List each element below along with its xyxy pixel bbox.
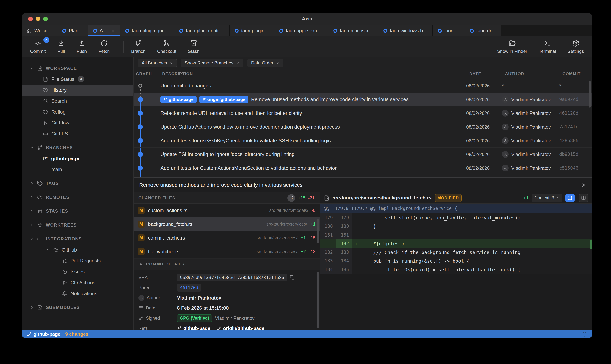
stash-button[interactable]: Stash	[188, 39, 199, 54]
status-changes[interactable]: 9 changes	[65, 331, 88, 337]
status-branch[interactable]: github-page	[27, 331, 60, 337]
tab-tauri-apple-exte[interactable]: tauri-apple-exte…	[274, 25, 329, 37]
sidebar-item-issues[interactable]: Issues	[22, 266, 133, 277]
bell-icon[interactable]	[582, 331, 587, 337]
file-row[interactable]: M custom_actions.rs src-tauri/src/models…	[133, 204, 319, 217]
git-branch-icon	[27, 332, 32, 337]
sidebar-item-ci-actions[interactable]: CI / Actions	[22, 277, 133, 288]
branch-ref-badge[interactable]: github-page	[160, 96, 197, 104]
sidebar-item-notifications[interactable]: Notifications	[22, 288, 133, 299]
sidebar-section-workspace[interactable]: WORKSPACE	[22, 63, 133, 74]
commit-row[interactable]: Refactor remote URL retrieval to use and…	[133, 106, 592, 120]
diff-line-added[interactable]: 182 + #[cfg(test)]	[320, 239, 592, 248]
commit-message-title: Remove unused methods and improve code c…	[139, 182, 581, 188]
sidebar-item-search[interactable]: Search	[22, 95, 133, 106]
tab-tauri-windows-b[interactable]: tauri-windows-b…	[378, 25, 433, 37]
remote-ref-badge[interactable]: origin/github-page	[199, 96, 249, 104]
commit-row[interactable]: Update GitHub Actions workflow to improv…	[133, 120, 592, 134]
branch-filter-dropdown[interactable]: All Branches	[138, 59, 177, 67]
sidebar-item-git-lfs[interactable]: Git LFS	[22, 128, 133, 139]
diff-line[interactable]: 183 184 pub fn is_running(&self) -> bool…	[320, 257, 592, 265]
detail-row-sha: SHA 9a892cd9e13377fd4b8edf7a856ff68731ef…	[138, 273, 315, 283]
git-branch-icon	[134, 39, 142, 47]
push-button[interactable]: Push	[77, 39, 87, 54]
split-view-toggle[interactable]	[579, 194, 588, 202]
archive-icon	[37, 208, 43, 214]
sha-value[interactable]: 9a892cd9e13377fd4b8edf7a856ff68731ef168a	[177, 273, 287, 281]
commit-row[interactable]: Add unit tests for CustomActionsMenuSect…	[133, 161, 592, 175]
file-list-scrollbar[interactable]	[317, 219, 319, 243]
sidebar-item-pull-requests[interactable]: Pull Requests	[22, 255, 133, 266]
close-window-button[interactable]	[28, 16, 33, 21]
sort-order-dropdown[interactable]: Date Order	[247, 59, 283, 67]
sidebar-item-history[interactable]: History	[22, 85, 133, 95]
tab-tauri-plugin[interactable]: tauri-plugin…	[230, 25, 275, 37]
sidebar-item-github[interactable]: GitHub	[22, 244, 133, 255]
branch-button[interactable]: Branch	[131, 39, 146, 54]
context-dropdown[interactable]: Context: 3	[531, 194, 562, 202]
diff-line[interactable]: 179 179 self.start(cache, app_handle, in…	[320, 213, 592, 222]
tab-tauri-plugin-goo[interactable]: tauri-plugin-goo…	[120, 25, 174, 37]
commit-row[interactable]: Add unit tests for useSshKeyCheck hook t…	[133, 134, 592, 148]
parent-commit-link[interactable]: 461120d	[177, 284, 201, 292]
filter-bar: All Branches Show Remote Branches Date O…	[133, 57, 592, 69]
ref-remote-branch[interactable]: origin/github-page	[217, 326, 264, 330]
chevron-down-icon	[30, 145, 34, 150]
sidebar-section-submodules[interactable]: SUBMODULES	[22, 302, 133, 313]
fetch-button[interactable]: Fetch	[98, 39, 110, 54]
close-tab-icon[interactable]	[111, 29, 115, 33]
sidebar-section-worktrees[interactable]: WORKTREES	[22, 220, 133, 231]
commit-row-uncommitted[interactable]: Uncommitted changes 08/02/2026 * *	[133, 79, 592, 93]
tab-axis-active[interactable]: A…	[88, 25, 120, 37]
graph-cell	[133, 79, 159, 92]
sidebar-branch-github-page[interactable]: ☞ github-page	[22, 153, 133, 164]
terminal-button[interactable]: Terminal	[539, 39, 556, 54]
commit-table-header: GRAPH DESCRIPTION DATE AUTHOR COMMIT	[133, 69, 592, 79]
tab-tauri-macos-x[interactable]: tauri-macos-x…	[329, 25, 378, 37]
detail-row-signed: Signed GPG (Verified) Vladimir Pankratov	[138, 313, 315, 323]
column-header-description: DESCRIPTION	[159, 71, 466, 77]
tab-welcome[interactable]: Welco…	[22, 25, 57, 37]
commit-button[interactable]: 5 Commit	[30, 39, 46, 54]
sidebar-section-tags[interactable]: TAGS	[22, 178, 133, 189]
minimize-window-button[interactable]	[36, 16, 40, 21]
show-in-finder-button[interactable]: Show in Finder	[497, 39, 527, 54]
diff-line[interactable]: 184 185 if let Ok(guard) = self.interval…	[320, 265, 592, 274]
sidebar-item-reflog[interactable]: Reflog	[22, 106, 133, 117]
pull-button[interactable]: Pull	[57, 39, 65, 54]
file-row-selected[interactable]: M background_fetch.rs src-tauri/src/serv…	[133, 217, 319, 231]
unified-view-toggle[interactable]	[565, 194, 574, 202]
author-name: Vladimir Pankratov	[177, 295, 221, 301]
ref-local-branch[interactable]: github-page	[177, 326, 210, 330]
tab-plan[interactable]: Plan…	[57, 25, 88, 37]
commit-row[interactable]: Update ESLint config to ignore 'docs' di…	[133, 148, 592, 161]
sidebar-section-branches[interactable]: BRANCHES	[22, 142, 133, 153]
sidebar-section-stashes[interactable]: STASHES	[22, 206, 133, 217]
file-row[interactable]: M commit_cache.rs src-tauri/src/services…	[133, 231, 319, 245]
sidebar-item-git-flow[interactable]: Git Flow	[22, 117, 133, 128]
tab-tauri[interactable]: tauri-…	[433, 25, 465, 37]
sidebar-branch-main[interactable]: main	[22, 164, 133, 175]
sidebar-section-integrations[interactable]: INTEGRATIONS	[22, 234, 133, 244]
details-scrollbar[interactable]	[317, 272, 319, 328]
remote-branches-dropdown[interactable]: Show Remote Branches	[181, 59, 243, 67]
commit-count-badge: 5	[43, 37, 50, 43]
tab-tauri-dr[interactable]: tauri-dr…	[465, 25, 501, 37]
copy-icon[interactable]	[290, 275, 295, 280]
file-row[interactable]: M file_watcher.rs src-tauri/src/services…	[133, 245, 319, 259]
sidebar-item-file-status[interactable]: File Status 9	[22, 74, 133, 85]
column-header-date: DATE	[466, 71, 502, 77]
tab-tauri-plugin-notif[interactable]: tauri-plugin-notif…	[174, 25, 229, 37]
settings-button[interactable]: Settings	[568, 39, 584, 54]
commit-row-selected[interactable]: github-page origin/github-page Remove un…	[133, 93, 592, 106]
close-icon[interactable]	[581, 182, 586, 188]
diff-line[interactable]: 180 180 }	[320, 222, 592, 231]
sidebar-section-remotes[interactable]: REMOTES	[22, 192, 133, 203]
git-branch-icon	[217, 326, 221, 330]
diff-line[interactable]: 181 181	[320, 231, 592, 239]
diff-line[interactable]: 182 183 /// Check if the background fetc…	[320, 248, 592, 257]
zoom-window-button[interactable]	[43, 16, 48, 21]
commit-list-scrollbar[interactable]	[589, 81, 591, 107]
checkout-button[interactable]: Checkout	[157, 39, 176, 54]
commit-details-header: COMMIT DETAILS	[133, 259, 319, 270]
